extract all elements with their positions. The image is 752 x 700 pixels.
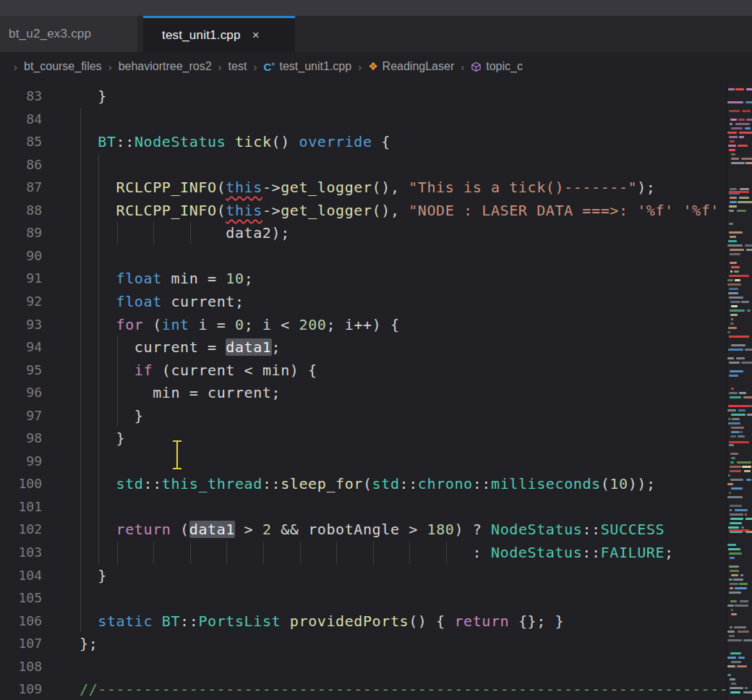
line-number[interactable]: 93 [0,313,42,336]
breadcrumb-item-test-unit1-cpp[interactable]: C+test_unit1.cpp [263,60,351,73]
minimap[interactable] [727,81,752,700]
code-token [80,179,116,196]
tab-label: bt_u2_ex3.cpp [9,27,91,41]
tab-bar: bt_u2_ex3.cpp test_unit1.cpp × [0,16,752,52]
minimap-mark [731,661,741,663]
code-token: RCLCPP_INFO [116,202,217,219]
code-token: = [198,270,226,287]
code-line-93[interactable]: for (int i = 0; i < 200; i++) { [80,313,400,336]
code-token: ++) { [354,316,399,333]
code-line-83[interactable]: } [80,85,107,108]
code-token: :: [582,521,600,538]
line-number[interactable]: 90 [0,244,42,268]
breadcrumb-item-bt-course-files[interactable]: bt_course_files [24,60,102,73]
minimap-mark [731,574,738,576]
minimap-mark [747,310,751,312]
code-line-88[interactable]: RCLCPP_INFO(this->get_logger(), "NODE : … [80,199,719,222]
code-token [281,612,290,630]
code-line-96[interactable]: min = current; [80,381,281,404]
code-line-94[interactable]: current = data1; [80,336,281,359]
breadcrumb-item-behaviortree-ros2[interactable]: behaviortree_ros2 [119,60,212,73]
minimap-mark [730,687,743,689]
code-line-97[interactable]: } [80,404,144,427]
code-token [80,612,98,630]
minimap-mark [730,466,741,468]
minimap-mark [729,210,734,212]
code-token: float [116,293,162,310]
code-token: ; [272,384,281,401]
line-number[interactable]: 94 [0,336,42,359]
code-line-109[interactable]: //--------------------------------------… [80,678,727,700]
breadcrumb-item-readinglaser[interactable]: ❖ReadingLaser [368,60,454,73]
minimap-error-mark [729,441,749,443]
minimap-mark [729,565,739,568]
line-number[interactable]: 91 [0,267,42,290]
line-number[interactable]: 87 [0,176,42,199]
line-number[interactable]: 102 [0,518,42,541]
close-icon[interactable]: × [252,28,260,43]
line-number[interactable]: 86 [0,153,42,176]
line-number[interactable]: 85 [0,130,42,153]
line-number[interactable]: 100 [0,472,42,495]
minimap-mark [728,418,731,420]
line-number[interactable]: 96 [0,381,42,404]
code-line-87[interactable]: RCLCPP_INFO(this->get_logger(), "This is… [80,176,656,199]
line-number[interactable]: 107 [0,632,42,655]
line-number[interactable]: 104 [0,564,42,587]
code-line-104[interactable]: } [80,564,107,587]
breadcrumb-label: ReadingLaser [383,60,455,73]
line-number[interactable]: 101 [0,495,42,518]
line-number[interactable]: 95 [0,359,42,382]
minimap-mark [745,127,750,129]
line-number[interactable]: 103 [0,541,42,564]
breadcrumb-item-topic-c[interactable]: topic_c [471,60,523,73]
minimap-error-mark [729,336,749,338]
code-line-102[interactable]: return (data1 > 2 && robotAngle > 180) ?… [80,518,665,541]
minimap-mark [735,605,748,607]
code-line-85[interactable]: BT::NodeStatus tick() override { [80,130,390,153]
code-line-103[interactable]: : NodeStatus::FAILURE; [80,541,674,564]
code-line-106[interactable]: static BT::PortsList providedPorts() { r… [80,610,564,633]
minimap-mark [730,557,735,559]
indent-guide [190,541,191,564]
code-token: float [116,270,162,287]
line-number-gutter[interactable]: 8384858687888990919293949596979899100101… [0,81,45,700]
minimap-mark [728,526,739,529]
line-number[interactable]: 89 [0,221,42,244]
code-line-91[interactable]: float min = 10; [80,267,253,290]
line-number[interactable]: 99 [0,450,42,473]
line-number[interactable]: 106 [0,610,42,633]
line-number[interactable]: 108 [0,655,42,678]
line-number[interactable]: 84 [0,108,42,131]
code-line-92[interactable]: float current; [80,290,244,313]
code-area[interactable]: } BT::NodeStatus tick() override { RCLCP… [80,81,727,700]
line-number[interactable]: 88 [0,199,42,222]
editor[interactable]: 8384858687888990919293949596979899100101… [0,81,752,700]
code-line-107[interactable]: }; [80,632,98,655]
line-number[interactable]: 83 [0,85,42,108]
code-token: min [153,384,180,401]
minimap-mark [735,587,747,589]
code-line-89[interactable]: data2); [80,221,290,244]
minimap-mark [731,388,734,390]
minimap-mark [730,236,736,238]
tab-test-unit1[interactable]: test_unit1.cpp × [143,16,295,52]
minimap-mark [731,414,745,416]
code-line-100[interactable]: std::this_thread::sleep_for(std::chrono:… [80,472,656,495]
indent-guide [300,541,301,564]
code-line-98[interactable]: } [80,427,125,450]
minimap-mark [730,479,743,481]
line-number[interactable]: 98 [0,427,42,450]
minimap-mark [730,600,737,602]
tab-label: test_unit1.cpp [162,28,241,43]
minimap-mark [728,422,740,424]
line-number[interactable]: 92 [0,290,42,313]
minimap-mark [734,626,746,628]
breadcrumb-item-test[interactable]: test [228,60,247,73]
code-line-95[interactable]: if (current < min) { [80,359,317,382]
line-number[interactable]: 97 [0,404,42,427]
line-number[interactable]: 105 [0,586,42,610]
code-token: ; [272,338,281,356]
line-number[interactable]: 109 [0,678,42,700]
tab-bt-u2-ex3[interactable]: bt_u2_ex3.cpp [0,16,137,52]
